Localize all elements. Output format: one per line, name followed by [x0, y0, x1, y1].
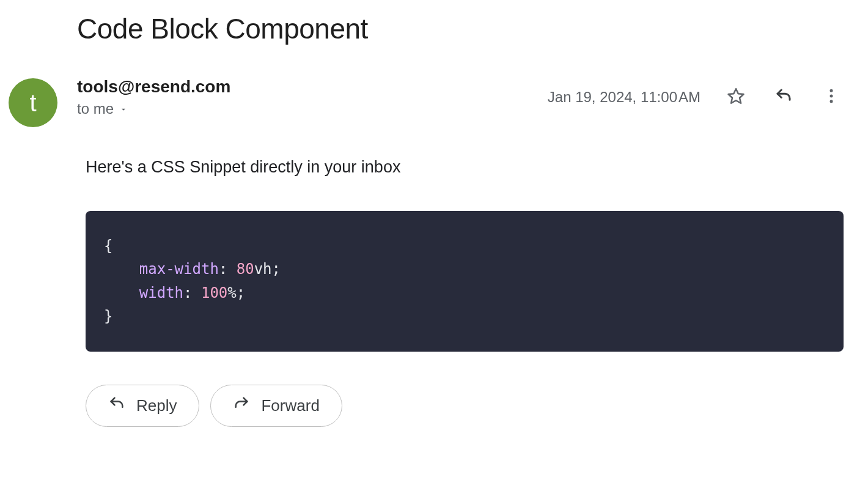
recipient-dropdown[interactable]: to me: [77, 100, 230, 117]
email-date: Jan 19, 2024, 11:00 AM: [548, 89, 701, 106]
forward-button[interactable]: Forward: [210, 385, 342, 427]
svg-point-2: [830, 95, 833, 98]
recipient-label: to me: [77, 100, 114, 117]
star-icon: [727, 87, 745, 108]
email-subject: Code Block Component: [77, 12, 844, 45]
code-line: width: 100%;: [104, 281, 825, 305]
svg-marker-0: [729, 89, 744, 103]
reply-button[interactable]: Reply: [86, 385, 199, 427]
code-line: }: [104, 305, 825, 328]
reply-button-label: Reply: [136, 396, 177, 415]
svg-point-1: [830, 89, 833, 92]
code-block: { max-width: 80vh; width: 100%;}: [86, 211, 844, 352]
kebab-menu-icon: [822, 87, 840, 108]
chevron-down-icon: [119, 100, 128, 117]
sender-avatar: t: [9, 78, 57, 127]
star-button[interactable]: [724, 85, 748, 109]
code-line: {: [104, 234, 825, 257]
code-line: max-width: 80vh;: [104, 257, 825, 281]
reply-icon-button[interactable]: [771, 85, 796, 109]
sender-address: tools@resend.com: [77, 77, 230, 97]
svg-point-3: [830, 100, 833, 103]
reply-arrow-icon: [774, 87, 793, 108]
more-options-button[interactable]: [819, 85, 844, 109]
forward-button-label: Forward: [261, 396, 319, 415]
forward-arrow-icon: [233, 395, 250, 416]
email-body-text: Here's a CSS Snippet directly in your in…: [86, 158, 844, 177]
reply-arrow-icon: [108, 395, 125, 416]
